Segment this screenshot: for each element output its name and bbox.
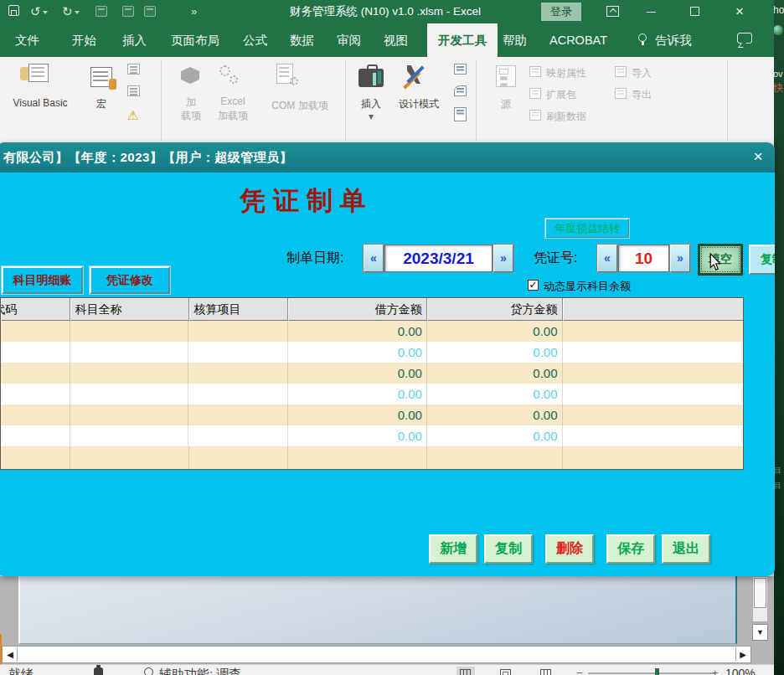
add-button[interactable]: 新增 <box>429 534 477 564</box>
ribbon-display-options-icon[interactable] <box>606 6 619 17</box>
voucher-modify-button[interactable]: 凭证修改 <box>90 266 170 294</box>
debit-cell[interactable]: 0.00 <box>288 342 427 363</box>
header-debit: 借方金额 <box>288 298 427 321</box>
table-row[interactable]: 0.00 0.00 <box>1 342 743 363</box>
insert-dropdown-icon[interactable]: ▾ <box>352 111 390 122</box>
signin-button[interactable]: 登录 <box>541 3 581 21</box>
tab-file[interactable]: 文件 <box>15 23 39 57</box>
design-mode-icon[interactable] <box>407 65 431 85</box>
qat-custom-icon-1[interactable] <box>95 6 107 17</box>
credit-cell[interactable]: 0.00 <box>427 425 563 446</box>
table-row[interactable]: 0.00 0.00 <box>1 363 743 384</box>
page-break-view-button[interactable] <box>537 667 555 675</box>
macro-security-icon[interactable]: ⚠ <box>127 109 138 121</box>
page-layout-view-button[interactable] <box>497 667 515 675</box>
copy-voucher-button[interactable]: 复制 <box>749 245 775 275</box>
tab-formulas[interactable]: 公式 <box>243 23 267 57</box>
debit-cell[interactable]: 0.00 <box>288 384 427 404</box>
properties-icon[interactable] <box>454 64 467 75</box>
zoom-slider[interactable] <box>588 672 715 674</box>
voucher-next-button[interactable]: » <box>670 245 690 272</box>
year-end-close-button[interactable]: 年度损益结转 <box>545 219 629 238</box>
redo-dropdown-icon[interactable] <box>75 11 80 14</box>
credit-cell[interactable]: 0.00 <box>427 384 563 404</box>
subject-ledger-button[interactable]: 科目明细账 <box>2 266 83 294</box>
undo-icon[interactable]: ↺ <box>30 5 48 18</box>
table-row-empty[interactable] <box>1 446 743 469</box>
debit-cell[interactable]: 0.00 <box>288 404 427 425</box>
date-prev-button[interactable]: « <box>364 245 384 272</box>
copy-button[interactable]: 复制 <box>484 534 533 564</box>
tab-page-layout[interactable]: 页面布局 <box>171 23 219 57</box>
save-button[interactable]: 保存 <box>606 534 655 564</box>
minimize-button[interactable] <box>647 12 656 13</box>
vertical-scrollbar[interactable] <box>752 576 768 622</box>
visual-basic-button[interactable]: Visual Basic <box>7 97 74 109</box>
tab-data[interactable]: 数据 <box>290 23 314 57</box>
qat-custom-icon-3[interactable] <box>144 6 156 17</box>
maximize-button[interactable] <box>690 7 699 16</box>
dialog-close-button[interactable]: × <box>753 142 763 173</box>
scroll-left-button[interactable]: ◀ <box>3 647 18 662</box>
debit-cell[interactable]: 0.00 <box>288 363 427 384</box>
header-credit: 贷方金额 <box>427 298 563 321</box>
voucher-prev-button[interactable]: « <box>597 245 617 272</box>
dialog-titlebar[interactable]: 有限公司】【年度：2023】【用户：超级管理员】 × <box>0 142 775 173</box>
visual-basic-icon[interactable] <box>20 64 57 95</box>
table-row[interactable]: 0.00 0.00 <box>1 321 743 342</box>
zoom-slider-thumb[interactable] <box>655 668 659 675</box>
scroll-down-button[interactable]: ▼ <box>752 624 768 641</box>
normal-view-button[interactable] <box>456 667 475 675</box>
tab-view[interactable]: 视图 <box>384 23 408 57</box>
save-icon[interactable] <box>8 5 19 16</box>
design-mode-button[interactable]: 设计模式 <box>390 97 447 111</box>
tab-acrobat[interactable]: ACROBAT <box>549 23 607 57</box>
table-row[interactable]: 0.00 0.00 <box>1 425 743 446</box>
undo-dropdown-icon[interactable] <box>43 11 48 14</box>
table-row[interactable]: 0.00 0.00 <box>1 404 743 425</box>
zoom-out-button[interactable]: − <box>576 667 583 675</box>
insert-control-button[interactable]: 插入 <box>352 97 390 111</box>
scroll-right-button[interactable]: ▶ <box>735 647 750 662</box>
dynamic-balance-checkbox[interactable]: ✓ <box>528 280 539 291</box>
tab-home[interactable]: 开始 <box>72 23 96 57</box>
delete-button[interactable]: 删除 <box>545 534 594 564</box>
credit-cell[interactable]: 0.00 <box>427 342 563 363</box>
voucher-no-field[interactable]: 10 <box>618 245 669 272</box>
macros-icon[interactable] <box>90 67 112 87</box>
horizontal-scrollbar[interactable]: ◀ ▶ <box>2 646 751 663</box>
exit-button[interactable]: 退出 <box>662 534 710 564</box>
macros-button[interactable]: 宏 <box>82 97 121 111</box>
date-field[interactable]: 2023/3/21 <box>384 245 493 272</box>
accessibility-status-label[interactable]: 辅助功能: 调查 <box>159 667 241 675</box>
tab-review[interactable]: 审阅 <box>337 23 361 57</box>
map-properties-icon <box>529 66 541 77</box>
com-addins-button: COM 加载项 <box>256 99 343 113</box>
date-label: 制单日期: <box>286 250 343 267</box>
tab-help[interactable]: 帮助 <box>503 23 527 57</box>
credit-cell[interactable]: 0.00 <box>427 404 563 425</box>
zoom-in-button[interactable]: + <box>712 667 719 675</box>
qat-custom-icon-2[interactable] <box>122 6 134 17</box>
credit-cell[interactable]: 0.00 <box>427 321 563 342</box>
tab-tell-me[interactable]: 告诉我 <box>655 23 692 57</box>
credit-cell[interactable]: 0.00 <box>427 363 563 384</box>
view-code-icon[interactable] <box>454 85 467 96</box>
table-row[interactable]: 0.00 0.00 <box>1 384 743 404</box>
debit-cell[interactable]: 0.00 <box>288 321 427 342</box>
tab-insert[interactable]: 插入 <box>122 23 147 57</box>
date-next-button[interactable]: » <box>493 245 513 272</box>
relative-references-icon[interactable] <box>127 85 140 96</box>
redo-icon[interactable]: ↻ <box>62 5 80 18</box>
qat-more-icon[interactable]: » <box>191 5 197 18</box>
record-macro-icon[interactable] <box>127 64 140 75</box>
run-dialog-icon[interactable] <box>454 107 467 121</box>
zoom-level-label[interactable]: 100% <box>725 667 756 675</box>
tab-developer[interactable]: 开发工具 <box>427 23 498 57</box>
close-button[interactable]: × <box>735 3 744 21</box>
comment-icon[interactable] <box>737 33 752 44</box>
debit-cell[interactable]: 0.00 <box>288 425 427 446</box>
insert-control-icon[interactable] <box>358 69 384 87</box>
vertical-scrollbar-thumb[interactable] <box>754 578 766 608</box>
dynamic-balance-label: 动态显示科目余额 <box>544 279 631 294</box>
